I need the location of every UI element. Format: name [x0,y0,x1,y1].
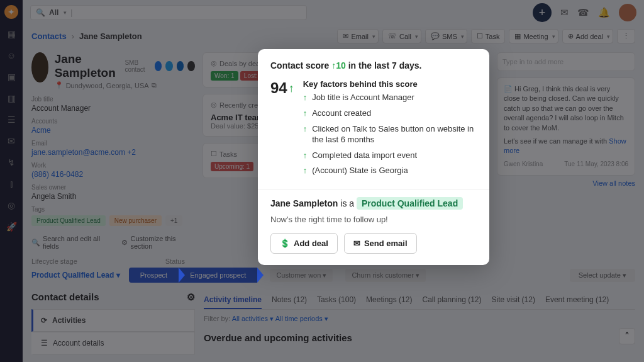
mail-icon: ✉ [353,239,360,248]
factor-item: ↑Clicked on Talk to Sales button on webs… [303,124,477,145]
factor-item: ↑Account created [303,108,477,119]
popover-statement: Jane Sampleton is a Product Qualified Le… [270,197,477,210]
contact-score-popover: Contact score ↑10 in the last 7 days. 94… [258,49,489,265]
pql-badge: Product Qualified Lead [357,197,463,210]
factor-item: ↑Job title is Account Manager [303,93,477,103]
popover-heading: Contact score ↑10 in the last 7 days. [270,60,477,71]
arrow-up-icon: ↑ [303,108,308,119]
arrow-up-icon: ↑ [303,93,308,103]
score-value: 94↑ [270,79,294,97]
arrow-up-icon: ↑ [303,166,308,176]
arrow-up-icon: ↑ [289,82,294,95]
factors-title: Key factors behind this score [303,79,477,89]
arrow-up-icon: ↑ [303,150,308,161]
factor-item: ↑(Account) State is Georgia [303,166,477,176]
send-email-button[interactable]: ✉Send email [344,233,417,254]
dollar-icon: 💲 [280,239,290,248]
add-deal-button[interactable]: 💲Add deal [270,233,338,254]
popover-subtext: Now's the right time to follow up! [270,215,477,224]
arrow-up-icon: ↑ [303,124,308,145]
factor-item: ↑Completed data import event [303,150,477,161]
